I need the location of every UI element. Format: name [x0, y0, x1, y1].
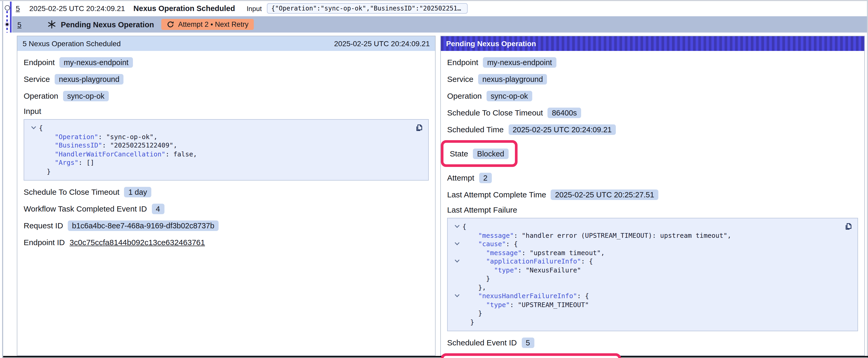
event-input-label: Input	[247, 4, 262, 12]
code-line: "message": "handler error (UPSTREAM_TIME…	[452, 231, 836, 240]
code-text: "BusinessID": "20250225122409",	[39, 141, 177, 150]
event-title: Pending Nexus Operation	[61, 20, 154, 29]
field-label: Schedule To Close Timeout	[24, 187, 120, 196]
code-line: {	[452, 223, 836, 231]
code-line: },	[452, 283, 836, 292]
event-row-collapsed[interactable]: 5 2025-02-25 UTC 20:24:09.21 Nexus Opera…	[12, 1, 867, 16]
event-detail-panel: 5 Nexus Operation Scheduled 2025-02-25 U…	[17, 36, 436, 356]
event-id-link[interactable]: 5	[17, 20, 22, 29]
collapse-chevron-icon[interactable]	[452, 223, 462, 231]
code-gutter	[452, 283, 462, 292]
history-view: 5 2025-02-25 UTC 20:24:09.21 Nexus Opera…	[0, 0, 868, 358]
collapse-chevron-icon[interactable]	[452, 257, 462, 266]
code-gutter	[452, 309, 462, 318]
code-text: }	[462, 318, 474, 326]
field-row-workflow-task-completed-event-id: Workflow Task Completed Event ID4	[24, 203, 429, 215]
panel-title: 5 Nexus Operation Scheduled	[23, 39, 121, 48]
code-text: "applicationFailureInfo": {	[462, 257, 593, 266]
code-gutter	[452, 231, 462, 240]
state-highlight-box: StateBlocked	[441, 140, 517, 167]
code-gutter	[452, 318, 462, 326]
field-value-badge: my-nexus-endpoint	[483, 57, 556, 67]
code-line: }	[452, 274, 836, 283]
field-row-scheduled-event-id: Scheduled Event ID5	[447, 336, 858, 349]
field-value-badge: sync-op-ok	[487, 91, 532, 101]
attempt-badge-label: Attempt 2 • Next Retry	[178, 21, 249, 28]
code-gutter	[452, 266, 462, 274]
code-line: "applicationFailureInfo": {	[452, 257, 836, 266]
code-text: }	[462, 309, 482, 318]
field-value-badge: 2025-02-25 UTC 20:24:09.21	[508, 124, 616, 135]
code-gutter	[28, 133, 39, 141]
field-value-badge: nexus-playground	[55, 74, 124, 84]
code-line: "cause": {	[452, 240, 836, 249]
code-section-last-attempt-failure: Last Attempt Failure{ "message": "handle…	[447, 205, 858, 331]
collapse-chevron-icon[interactable]	[452, 240, 462, 249]
field-label: Endpoint ID	[24, 238, 65, 247]
field-label: Endpoint	[24, 58, 55, 67]
copy-icon[interactable]	[844, 222, 853, 231]
field-value-badge: 4	[152, 203, 164, 214]
collapse-chevron-icon[interactable]	[452, 292, 462, 300]
endpoint-id-link[interactable]: 3c0c75ccfa8144b092c13ce632463761	[70, 238, 205, 247]
field-label: Service	[447, 74, 473, 84]
field-label: Scheduled Event ID	[447, 338, 517, 347]
field-label: Scheduled Time	[447, 125, 504, 134]
code-line: "message": "upstream timeout",	[452, 249, 836, 257]
field-row-schedule-to-close-timeout: Schedule To Close Timeout1 day	[24, 186, 429, 198]
code-line: "Operation": "sync-op-ok",	[28, 133, 407, 141]
event-detail-panel-header: 5 Nexus Operation Scheduled 2025-02-25 U…	[17, 36, 435, 51]
timeline-active-bar	[10, 2, 11, 32]
event-timestamp: 2025-02-25 UTC 20:24:09.21	[29, 4, 125, 12]
collapse-chevron-icon[interactable]	[28, 124, 39, 133]
event-detail-panel-body: Endpointmy-nexus-endpointServicenexus-pl…	[17, 51, 435, 248]
code-gutter	[28, 141, 39, 150]
code-line: "nexusHandlerFailureInfo": {	[452, 292, 836, 300]
copy-icon[interactable]	[414, 123, 424, 132]
code-line: "Args": []	[28, 159, 407, 167]
field-label: Input	[24, 106, 429, 116]
code-line: "type": "NexusFailure"	[452, 266, 836, 274]
panel-title: Pending Nexus Operation	[446, 39, 536, 48]
timeline-current-node-icon	[4, 22, 9, 27]
field-value-badge: 5	[522, 337, 534, 348]
code-text: {	[39, 124, 43, 133]
code-gutter	[452, 274, 462, 283]
code-text: {	[462, 223, 466, 231]
field-label: Request ID	[24, 221, 63, 230]
field-row-operation: Operationsync-op-ok	[24, 90, 429, 102]
field-row-last-attempt-complete-time: Last Attempt Complete Time2025-02-25 UTC…	[447, 189, 858, 200]
code-text: "type": "UPSTREAM_TIMEOUT"	[462, 300, 589, 309]
event-input-preview-badge[interactable]: {"Operation":"sync-op-ok","BusinessID":"…	[267, 3, 468, 14]
field-label: Last Attempt Failure	[447, 205, 858, 214]
field-value-badge: 2	[479, 172, 492, 183]
event-rows: 5 2025-02-25 UTC 20:24:09.21 Nexus Opera…	[12, 1, 867, 33]
code-gutter	[28, 167, 39, 176]
viewport-bottom-boundary	[3, 356, 868, 357]
attempt-retry-badge: Attempt 2 • Next Retry	[161, 19, 254, 30]
code-line: }	[452, 318, 836, 326]
field-value-badge: 1 day	[124, 187, 151, 197]
code-gutter	[28, 150, 39, 159]
field-label: Endpoint	[447, 58, 478, 67]
event-id-link[interactable]: 5	[16, 4, 20, 12]
pending-operation-panel-header: Pending Nexus Operation	[441, 36, 864, 51]
field-value-badge: 86400s	[548, 107, 581, 118]
field-row-endpoint-id: Endpoint ID3c0c75ccfa8144b092c13ce632463…	[24, 236, 429, 248]
code-text: }	[39, 167, 51, 176]
field-row-endpoint: Endpointmy-nexus-endpoint	[447, 56, 858, 68]
code-text: }	[462, 274, 490, 283]
code-section-input: Input{ "Operation": "sync-op-ok", "Busin…	[24, 106, 429, 181]
field-row-attempt: Attempt2	[447, 172, 858, 184]
field-value-badge: my-nexus-endpoint	[59, 57, 133, 67]
field-label: Schedule To Close Timeout	[447, 108, 543, 117]
code-line: }	[28, 167, 407, 176]
code-line: "type": "UPSTREAM_TIMEOUT"	[452, 300, 836, 309]
code-text: "Args": []	[39, 159, 94, 167]
blocked-reason-highlight-box: Blocked ReasonThe circuit breaker is ope…	[441, 353, 621, 358]
code-line: "HandlerWaitForCancellation": false,	[28, 150, 407, 159]
field-value-badge: Blocked	[473, 148, 508, 159]
field-label: Last Attempt Complete Time	[447, 190, 546, 199]
field-row-scheduled-time: Scheduled Time2025-02-25 UTC 20:24:09.21	[447, 123, 858, 135]
event-row-pending[interactable]: 5 Pending Nexus Operation Attempt 2 • Ne…	[12, 16, 867, 33]
